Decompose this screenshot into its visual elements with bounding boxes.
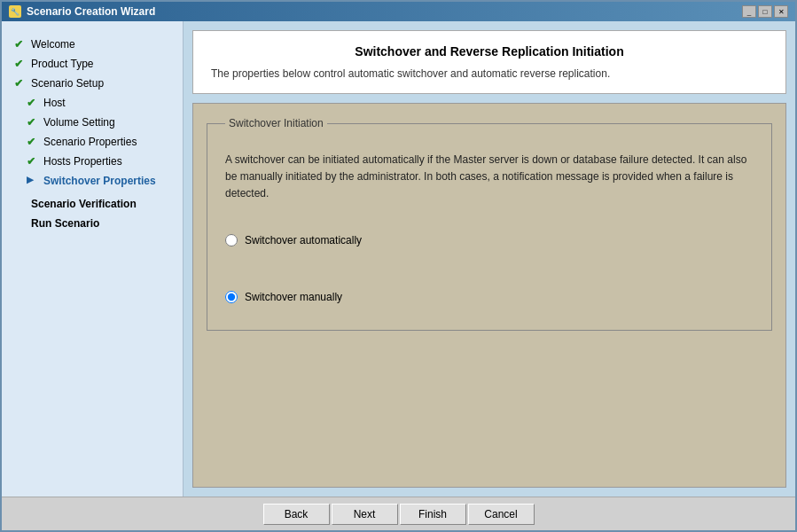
check-icon-hosts-properties: ✔ — [27, 155, 39, 168]
sidebar: ✔ Welcome ✔ Product Type ✔ Scenario Setu… — [2, 21, 184, 497]
finish-button[interactable]: Finish — [400, 504, 466, 525]
radio-auto[interactable] — [225, 234, 238, 246]
window-icon: 🔧 — [9, 5, 21, 18]
close-button[interactable]: ✕ — [774, 5, 788, 18]
radio-option-manual[interactable]: Switchover manually — [225, 291, 754, 303]
sidebar-item-host[interactable]: ✔ Host — [2, 93, 183, 113]
sidebar-item-scenario-setup[interactable]: ✔ Scenario Setup — [2, 74, 183, 93]
sidebar-item-run-scenario[interactable]: ✔ Run Scenario — [2, 214, 183, 233]
title-bar-controls[interactable]: _ □ ✕ — [742, 5, 788, 18]
sidebar-label-scenario-verification: Scenario Verification — [31, 198, 137, 210]
minimize-button[interactable]: _ — [742, 5, 756, 18]
content-panel: Switchover Initiation A switchover can b… — [192, 103, 786, 488]
sidebar-item-scenario-properties[interactable]: ✔ Scenario Properties — [2, 132, 183, 152]
switchover-fieldset: Switchover Initiation A switchover can b… — [207, 117, 772, 331]
sidebar-label-scenario-properties: Scenario Properties — [43, 136, 137, 148]
title-bar-left: 🔧 Scenario Creation Wizard — [9, 5, 155, 18]
check-icon-scenario-setup: ✔ — [14, 77, 27, 90]
radio-label-auto: Switchover automatically — [245, 234, 362, 246]
check-icon-host: ✔ — [27, 97, 39, 109]
title-bar: 🔧 Scenario Creation Wizard _ □ ✕ — [2, 2, 795, 21]
sidebar-label-volume-setting: Volume Setting — [43, 116, 115, 129]
bottom-bar: Back Next Finish Cancel — [2, 497, 795, 530]
next-button[interactable]: Next — [332, 504, 398, 525]
sidebar-label-product-type: Product Type — [31, 58, 94, 70]
sidebar-label-scenario-setup: Scenario Setup — [31, 77, 104, 90]
arrow-icon-switchover: ▶ — [27, 175, 39, 187]
sidebar-label-welcome: Welcome — [31, 38, 75, 51]
sidebar-label-switchover-properties: Switchover Properties — [43, 175, 156, 187]
fieldset-legend: Switchover Initiation — [225, 117, 327, 129]
sidebar-item-welcome[interactable]: ✔ Welcome — [2, 35, 183, 54]
header-section: Switchover and Reverse Replication Initi… — [192, 30, 786, 94]
cancel-button[interactable]: Cancel — [468, 504, 535, 525]
wizard-window: 🔧 Scenario Creation Wizard _ □ ✕ ✔ Welco… — [0, 0, 797, 532]
sidebar-item-volume-setting[interactable]: ✔ Volume Setting — [2, 113, 183, 132]
check-icon-product-type: ✔ — [14, 58, 27, 70]
switchover-description: A switchover can be initiated automatica… — [225, 152, 754, 203]
back-button[interactable]: Back — [263, 504, 330, 525]
page-description: The properties below control automatic s… — [211, 67, 768, 80]
check-icon-scenario-properties: ✔ — [27, 136, 39, 148]
sidebar-item-switchover-properties[interactable]: ▶ Switchover Properties — [2, 171, 183, 191]
sidebar-item-hosts-properties[interactable]: ✔ Hosts Properties — [2, 152, 183, 171]
sidebar-item-scenario-verification[interactable]: ✔ Scenario Verification — [2, 194, 183, 214]
sidebar-label-host: Host — [43, 97, 66, 109]
check-icon-volume-setting: ✔ — [27, 116, 39, 129]
window-title: Scenario Creation Wizard — [27, 5, 155, 18]
page-title: Switchover and Reverse Replication Initi… — [211, 44, 768, 59]
sidebar-label-run-scenario: Run Scenario — [31, 217, 99, 230]
radio-option-auto[interactable]: Switchover automatically — [225, 234, 754, 246]
maximize-button[interactable]: □ — [758, 5, 772, 18]
sidebar-item-product-type[interactable]: ✔ Product Type — [2, 54, 183, 74]
buttons-area: Back Next Finish Cancel — [11, 504, 786, 525]
radio-manual[interactable] — [225, 291, 238, 303]
sidebar-label-hosts-properties: Hosts Properties — [43, 155, 122, 168]
radio-label-manual: Switchover manually — [245, 291, 342, 303]
check-icon-welcome: ✔ — [14, 38, 27, 51]
main-content: ✔ Welcome ✔ Product Type ✔ Scenario Setu… — [2, 21, 795, 497]
right-panel: Switchover and Reverse Replication Initi… — [184, 21, 795, 497]
